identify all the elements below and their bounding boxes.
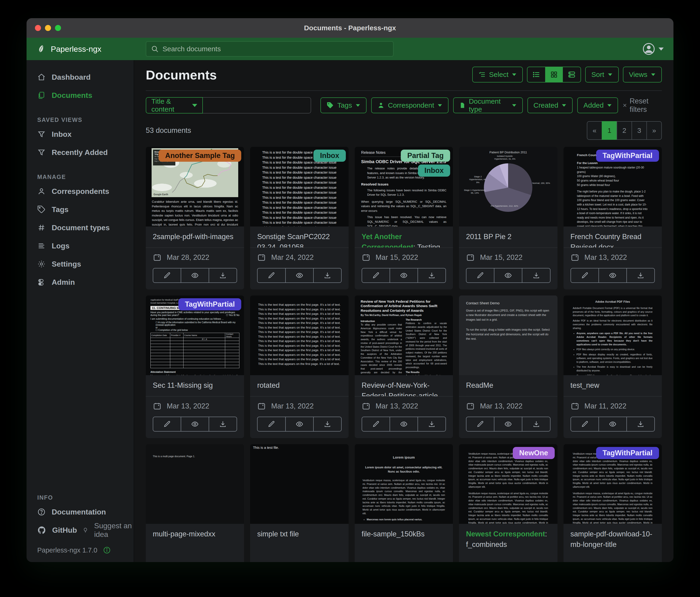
tag-badge[interactable]: Partial Tag xyxy=(401,150,450,162)
document-card[interactable]: Inbox This is a test for the double spac… xyxy=(250,147,348,289)
document-correspondent[interactable]: Newest Correspondent xyxy=(466,530,545,538)
filter-correspondent-button[interactable]: Correspondent xyxy=(371,97,449,113)
view-button[interactable] xyxy=(494,268,522,283)
download-button[interactable] xyxy=(313,416,342,432)
pagination-page-3[interactable]: 3 xyxy=(631,121,647,140)
document-title[interactable]: multi-page-mixedxx xyxy=(153,529,237,540)
tag-badge[interactable]: TagWithPartial xyxy=(178,298,241,310)
tag-badge[interactable]: TagWithPartial xyxy=(596,447,659,459)
download-button[interactable] xyxy=(313,268,342,283)
app-brand[interactable]: Paperless-ngx xyxy=(27,44,134,54)
document-title[interactable]: simple txt file xyxy=(257,529,341,540)
view-button[interactable] xyxy=(181,416,209,432)
download-button[interactable] xyxy=(418,268,446,283)
download-button[interactable] xyxy=(209,416,237,432)
document-card[interactable]: Partial Tag Inbox Release Notes Simba OD… xyxy=(355,147,453,289)
pagination-page-2[interactable]: 2 xyxy=(617,121,632,140)
view-detail-button[interactable] xyxy=(563,67,580,82)
edit-button[interactable] xyxy=(361,416,390,432)
search-input[interactable] xyxy=(162,45,389,53)
document-thumbnail[interactable]: TagWithPartial Vestibulum neque massa, s… xyxy=(564,444,662,524)
sidebar-item-inbox[interactable]: Inbox xyxy=(27,125,134,143)
document-card[interactable]: Review of New York Federal Petitions for… xyxy=(355,295,453,438)
document-thumbnail[interactable]: Adobe Acrobat PDF Files Adobe® Portable … xyxy=(564,295,662,375)
document-card[interactable]: This is a test file. simple txt file xyxy=(250,444,348,562)
document-title[interactable]: French Country Bread Revised.docx xyxy=(571,232,655,247)
edit-button[interactable] xyxy=(153,268,181,283)
document-thumbnail[interactable]: This is a multi page document. Page 1. xyxy=(146,444,244,524)
document-correspondent[interactable]: Yet Another Correspondent xyxy=(361,233,413,247)
document-thumbnail[interactable]: TagWithPartial French Country Bread For … xyxy=(564,147,662,226)
document-title[interactable]: Newest Correspondent: f_combineds xyxy=(466,529,550,550)
view-list-button[interactable] xyxy=(527,67,545,82)
document-card[interactable]: Another Sample Tag Boundary Waters Trip xyxy=(146,147,244,289)
document-card[interactable]: NewOne Vestibulum neque massa, scelerisq… xyxy=(459,444,557,562)
global-search[interactable] xyxy=(146,41,394,57)
document-thumbnail[interactable]: Review of New York Federal Petitions for… xyxy=(355,295,453,375)
view-button[interactable] xyxy=(598,416,627,432)
edit-button[interactable] xyxy=(257,416,285,432)
edit-button[interactable] xyxy=(571,268,599,283)
select-button[interactable]: Select xyxy=(472,67,523,82)
views-button[interactable]: Views xyxy=(623,67,662,82)
view-button[interactable] xyxy=(181,268,209,283)
download-button[interactable] xyxy=(626,268,655,283)
download-button[interactable] xyxy=(522,416,550,432)
sidebar-item-suggest-idea[interactable]: Suggest an idea xyxy=(77,521,134,539)
document-card[interactable]: This is a multi page document. Page 1. m… xyxy=(146,444,244,562)
document-title[interactable]: Yet Another Correspondent: Testing Email xyxy=(361,232,446,247)
tag-badge[interactable]: Inbox xyxy=(418,165,450,176)
sidebar-item-settings[interactable]: Settings xyxy=(27,255,134,273)
download-button[interactable] xyxy=(209,268,237,283)
sidebar-item-documentation[interactable]: Documentation xyxy=(27,503,134,521)
sidebar-item-github[interactable]: GitHub xyxy=(27,521,77,539)
minimize-window-button[interactable] xyxy=(45,25,51,31)
reset-filters-button[interactable]: × Reset filters xyxy=(623,97,662,114)
view-button[interactable] xyxy=(285,268,314,283)
close-window-button[interactable] xyxy=(35,25,41,31)
filter-document-type-button[interactable]: Document type xyxy=(453,97,523,113)
view-button[interactable] xyxy=(494,416,522,432)
download-button[interactable] xyxy=(626,416,655,432)
document-thumbnail[interactable]: Inbox This is a test for the double spac… xyxy=(250,147,348,226)
sort-button[interactable]: Sort xyxy=(585,67,619,82)
sidebar-item-recently-added[interactable]: Recently Added xyxy=(27,143,134,162)
filter-tags-button[interactable]: Tags xyxy=(320,97,366,113)
document-thumbnail[interactable]: Another Sample Tag Boundary Waters Trip xyxy=(146,147,244,226)
tag-badge[interactable]: TagWithPartial xyxy=(596,150,659,162)
edit-button[interactable] xyxy=(257,268,285,283)
edit-button[interactable] xyxy=(153,416,181,432)
pagination-page-1[interactable]: 1 xyxy=(602,121,617,140)
view-grid-button[interactable] xyxy=(545,67,563,82)
document-card[interactable]: TagWithPartial Vestibulum neque massa, s… xyxy=(564,444,662,562)
view-button[interactable] xyxy=(285,416,314,432)
document-card[interactable]: This is the text that appears on the fir… xyxy=(250,295,348,438)
document-thumbnail[interactable]: Contact Sheet Demo Given a set of image … xyxy=(459,295,557,375)
tag-badge[interactable]: Another Sample Tag xyxy=(158,150,241,162)
document-title[interactable]: Sonstige ScanPC2022 03-24_081058 xyxy=(257,232,341,247)
document-title[interactable]: Sec 11-Missing sig xyxy=(153,380,237,391)
document-thumbnail[interactable]: Patient BP Distribution 2011 Isolated Sy… xyxy=(459,147,557,226)
sidebar-item-documents[interactable]: Documents xyxy=(27,86,134,104)
document-title[interactable]: 2sample-pdf-with-images xyxy=(153,232,237,242)
document-card[interactable]: Adobe Acrobat PDF Files Adobe® Portable … xyxy=(564,295,662,438)
filter-created-button[interactable]: Created xyxy=(527,97,573,113)
zoom-window-button[interactable] xyxy=(55,25,61,31)
download-button[interactable] xyxy=(418,416,446,432)
tag-badge[interactable]: NewOne xyxy=(513,447,555,459)
document-thumbnail[interactable]: This is the text that appears on the fir… xyxy=(250,295,348,375)
view-button[interactable] xyxy=(390,268,418,283)
document-card[interactable]: Patient BP Distribution 2011 Isolated Sy… xyxy=(459,147,557,289)
document-card[interactable]: TagWithPartial Application for Medical S… xyxy=(146,295,244,438)
view-button[interactable] xyxy=(390,416,418,432)
sidebar-item-dashboard[interactable]: Dashboard xyxy=(27,68,134,86)
edit-button[interactable] xyxy=(361,268,390,283)
filter-added-button[interactable]: Added xyxy=(577,97,618,113)
document-card[interactable]: TagWithPartial French Country Bread For … xyxy=(564,147,662,289)
document-title[interactable]: test_new xyxy=(571,380,655,391)
filter-text-input[interactable] xyxy=(203,97,311,114)
document-title[interactable]: ReadMe xyxy=(466,380,550,391)
document-thumbnail[interactable]: Partial Tag Inbox Release Notes Simba OD… xyxy=(355,147,453,226)
sidebar-item-document-types[interactable]: Document types xyxy=(27,219,134,237)
edit-button[interactable] xyxy=(466,416,494,432)
